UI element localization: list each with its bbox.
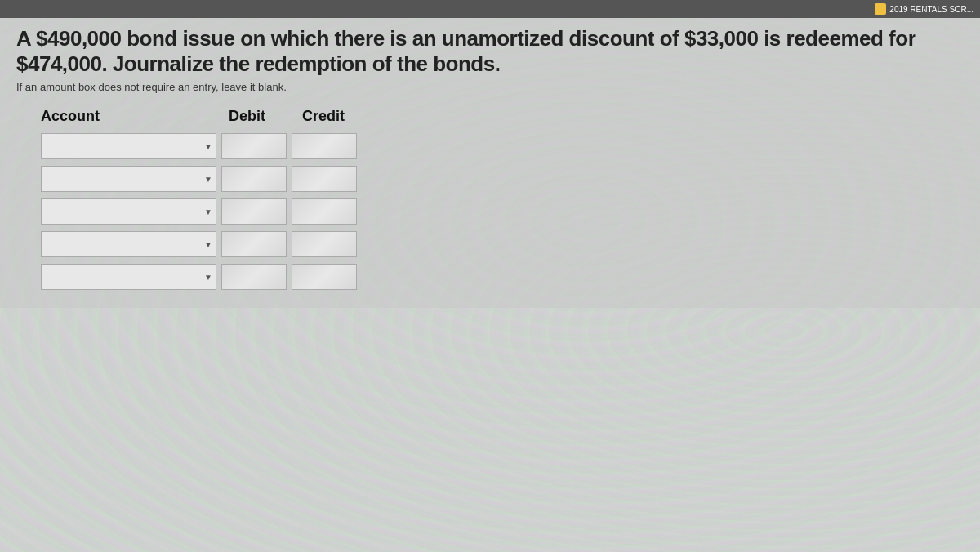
table-row: Bonds Payable Discount on Bonds Payable … — [41, 131, 964, 161]
main-content: A $490,000 bond issue on which there is … — [0, 18, 980, 308]
account-select-1[interactable]: Bonds Payable Discount on Bonds Payable … — [42, 134, 216, 158]
account-select-wrapper-1[interactable]: Bonds Payable Discount on Bonds Payable … — [41, 133, 216, 159]
account-select-4[interactable]: Bonds Payable Discount on Bonds Payable … — [42, 232, 216, 256]
credit-input-4[interactable] — [292, 231, 357, 257]
journal-table: Account Debit Credit Bonds Payable Disco… — [41, 108, 964, 292]
account-select-wrapper-5[interactable]: Bonds Payable Discount on Bonds Payable … — [41, 264, 216, 290]
account-select-wrapper-3[interactable]: Bonds Payable Discount on Bonds Payable … — [41, 198, 216, 225]
instruction-text: If an amount box does not require an ent… — [16, 80, 964, 95]
account-select-wrapper-2[interactable]: Bonds Payable Discount on Bonds Payable … — [41, 166, 216, 192]
debit-input-1[interactable] — [221, 133, 287, 159]
page-content: 2019 RENTALS SCR... A $490,000 bond issu… — [0, 0, 980, 308]
debit-input-5[interactable] — [221, 264, 287, 290]
account-select-3[interactable]: Bonds Payable Discount on Bonds Payable … — [42, 199, 216, 224]
table-header: Account Debit Credit — [41, 108, 964, 125]
credit-column-header: Credit — [302, 108, 376, 125]
credit-input-5[interactable] — [292, 264, 357, 290]
credit-input-2[interactable] — [292, 166, 357, 192]
account-column-header: Account — [41, 108, 220, 125]
problem-title: A $490,000 bond issue on which there is … — [16, 26, 964, 77]
credit-input-3[interactable] — [292, 198, 357, 225]
table-row: Bonds Payable Discount on Bonds Payable … — [41, 197, 964, 226]
credit-input-1[interactable] — [292, 133, 357, 159]
top-bar-label: 2019 RENTALS SCR... — [875, 3, 973, 15]
debit-input-4[interactable] — [221, 231, 287, 257]
table-row: Bonds Payable Discount on Bonds Payable … — [41, 229, 964, 259]
table-row: Bonds Payable Discount on Bonds Payable … — [41, 164, 964, 194]
debit-input-3[interactable] — [221, 198, 287, 225]
top-bar: 2019 RENTALS SCR... — [0, 0, 980, 18]
top-bar-title: 2019 RENTALS SCR... — [889, 5, 973, 14]
debit-column-header: Debit — [229, 108, 302, 125]
table-row: Bonds Payable Discount on Bonds Payable … — [41, 262, 964, 292]
account-select-2[interactable]: Bonds Payable Discount on Bonds Payable … — [42, 167, 216, 191]
account-select-wrapper-4[interactable]: Bonds Payable Discount on Bonds Payable … — [41, 231, 216, 257]
app-icon — [875, 3, 886, 15]
account-select-5[interactable]: Bonds Payable Discount on Bonds Payable … — [42, 265, 216, 289]
debit-input-2[interactable] — [221, 166, 287, 192]
journal-rows: Bonds Payable Discount on Bonds Payable … — [41, 131, 964, 292]
